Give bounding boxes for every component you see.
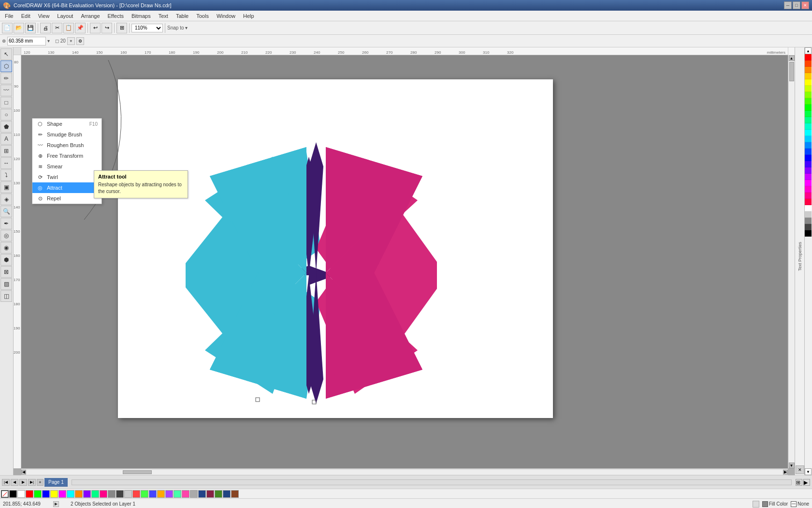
rectangle-tool[interactable]: □ [0,97,12,108]
palette-color[interactable] [805,186,812,193]
ctx-item-shape[interactable]: ⬡ShapeF10 [32,119,102,129]
color-eyedropper[interactable]: 🔍 [0,206,12,217]
palette-color[interactable] [805,230,812,237]
polygon-tool[interactable]: ⬟ [0,121,12,133]
menu-item-bitmaps[interactable]: Bitmaps [128,11,155,21]
add-page-btn[interactable]: + [37,479,44,486]
menu-item-view[interactable]: View [34,11,54,21]
palette-color[interactable] [805,86,812,92]
palette-color[interactable] [805,92,812,98]
titlebar-controls[interactable]: ─ □ ✕ [784,1,809,9]
ctx-item-attract[interactable]: ◎Attract [32,182,102,193]
shadow-tool[interactable]: ▨ [0,278,12,290]
outline-tool[interactable]: ✒ [0,218,12,229]
freehand-tool[interactable]: ✏ [0,73,12,84]
h-color-swatch[interactable] [83,490,91,498]
h-color-swatch[interactable] [50,490,58,498]
shape-tool[interactable]: ⬡ [0,60,12,72]
h-color-swatch[interactable] [124,490,132,498]
dimension-tool[interactable]: ↔ [0,157,12,169]
h-color-swatch[interactable] [231,490,239,498]
h-color-swatch[interactable] [165,490,173,498]
ctx-item-twirl[interactable]: ⟳Twirl [32,172,102,182]
ctx-item-smear[interactable]: ≋Smear [32,161,102,172]
palette-color[interactable] [805,193,812,199]
h-color-swatch[interactable] [42,490,50,498]
scroll-down-btn[interactable]: ▼ [789,463,795,468]
ctx-item-repel[interactable]: ⊙Repel [32,193,102,204]
palette-color[interactable] [805,180,812,186]
h-color-swatch[interactable] [34,490,42,498]
print-button[interactable]: 🖨 [40,23,51,33]
panel-close-btn[interactable]: ✕ [796,465,804,474]
h-color-swatch[interactable] [215,490,222,498]
menu-item-effects[interactable]: Effects [104,11,128,21]
scroll-thumb-h[interactable] [123,470,152,474]
menu-item-edit[interactable]: Edit [17,11,34,21]
palette-color[interactable] [805,174,812,180]
palette-color[interactable] [805,167,812,174]
palette-color[interactable] [805,98,812,105]
copy-button[interactable]: 📋 [63,23,74,33]
menu-item-file[interactable]: File [1,11,17,21]
page-tab[interactable]: Page 1 [44,478,68,487]
page-first-btn[interactable]: |◀ [2,479,10,486]
connector-tool[interactable]: ⤵ [0,169,12,181]
hscroll-bg[interactable] [26,470,783,475]
expand-btn[interactable]: ▶ [803,479,810,486]
minimize-button[interactable]: ─ [784,1,792,9]
h-color-swatch[interactable] [132,490,140,498]
ctx-item-free-transform[interactable]: ⊕Free Transform [32,150,102,161]
h-color-swatch[interactable] [141,490,148,498]
cut-button[interactable]: ✂ [52,23,62,33]
extrude-tool[interactable]: ⊠ [0,266,12,278]
palette-color[interactable] [805,67,812,73]
h-color-swatch[interactable] [223,490,231,498]
scroll-track-v[interactable] [789,61,795,463]
h-color-swatch[interactable] [17,490,25,498]
interactive-fill[interactable]: ◈ [0,194,12,205]
h-color-swatch[interactable] [67,490,74,498]
page-last-btn[interactable]: ▶| [28,479,36,486]
settings-btn[interactable]: ⚙ [76,37,84,45]
redo-button[interactable]: ↪ [102,23,112,33]
ctx-item-roughen-brush[interactable]: 〰Roughen Brush [32,140,102,150]
h-color-swatch[interactable] [26,490,33,498]
scroll-thumb-v[interactable] [789,62,794,81]
status-arrow-btn[interactable]: ▶ [53,501,59,507]
view-color-btn[interactable]: ⊞ [796,479,802,486]
palette-color[interactable] [805,117,812,123]
menu-item-table[interactable]: Table [172,11,192,21]
select-tool[interactable]: ↖ [0,48,12,60]
palette-scroll-down[interactable]: ▼ [805,468,812,475]
palette-color[interactable] [805,205,812,211]
open-button[interactable]: 📂 [14,23,24,33]
h-color-swatch[interactable] [149,490,157,498]
vertical-scrollbar[interactable]: ▲ ▼ [788,55,795,468]
palette-color[interactable] [805,155,812,161]
page-next-btn[interactable]: ▶ [19,479,27,486]
paste-button[interactable]: 📌 [75,23,86,33]
palette-color[interactable] [805,130,812,136]
palette-color[interactable] [805,142,812,149]
add-btn[interactable]: + [67,37,75,45]
h-color-swatch[interactable] [9,490,17,498]
palette-color[interactable] [805,111,812,117]
menu-item-text[interactable]: Text [155,11,172,21]
menu-item-help[interactable]: Help [239,11,258,21]
contour-tool[interactable]: ◉ [0,242,12,254]
artistic-tool[interactable]: 〰 [0,85,12,96]
palette-color[interactable] [805,136,812,142]
fill-tool[interactable]: ▣ [0,181,12,193]
transparency-tool[interactable]: ◫ [0,290,12,302]
zoom-select[interactable]: 110% 100% 75% 50% [131,24,163,32]
blend-tool[interactable]: ◎ [0,230,12,241]
save-button[interactable]: 💾 [25,23,36,33]
coord-x-input[interactable] [7,37,46,45]
palette-color[interactable] [805,79,812,86]
ellipse-tool[interactable]: ○ [0,109,12,120]
h-color-swatch[interactable] [206,490,214,498]
palette-scroll-up[interactable]: ▲ [805,47,812,54]
ctx-item-smudge-brush[interactable]: ✏Smudge Brush [32,129,102,140]
palette-color[interactable] [805,161,812,167]
